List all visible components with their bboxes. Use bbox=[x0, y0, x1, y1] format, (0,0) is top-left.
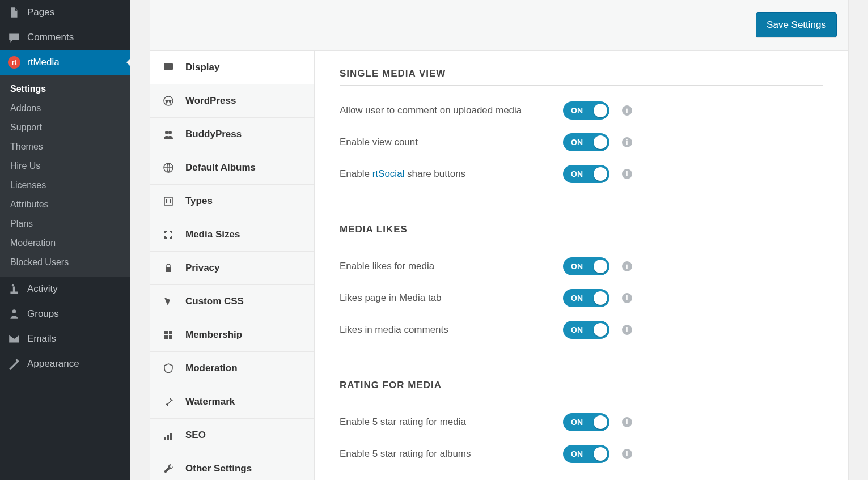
toggle-rtsocial[interactable]: ON bbox=[563, 165, 609, 183]
sidebar-label: Emails bbox=[27, 333, 56, 345]
setting-label: Enable likes for media bbox=[340, 260, 555, 274]
tab-label: Custom CSS bbox=[185, 296, 244, 307]
tab-watermark[interactable]: Watermark bbox=[150, 385, 314, 419]
tab-label: Moderation bbox=[185, 363, 238, 373]
sidebar-item-rtmedia[interactable]: rt rtMedia bbox=[0, 50, 130, 75]
tab-custom-css[interactable]: Custom CSS bbox=[150, 285, 314, 318]
setting-row: Enable 5 star rating for albums ON i bbox=[340, 438, 823, 470]
submenu-attributes[interactable]: Attributes bbox=[0, 195, 130, 214]
section-rating: RATING FOR MEDIA Enable 5 star rating fo… bbox=[340, 380, 823, 470]
sidebar-label: rtMedia bbox=[27, 57, 60, 68]
setting-label: Likes in media comments bbox=[340, 323, 555, 337]
appearance-icon bbox=[8, 358, 20, 370]
tab-label: Watermark bbox=[185, 396, 235, 407]
toggle-likes-comments[interactable]: ON bbox=[563, 321, 609, 339]
submenu-themes[interactable]: Themes bbox=[0, 137, 130, 156]
setting-row: Enable rtSocial share buttons ON i bbox=[340, 158, 823, 190]
tab-label: Types bbox=[185, 196, 213, 206]
tab-label: Privacy bbox=[185, 262, 220, 273]
svg-rect-11 bbox=[169, 331, 172, 334]
info-icon[interactable]: i bbox=[622, 169, 632, 179]
settings-tabs: Display WordPress BuddyPress Default Alb… bbox=[150, 51, 315, 480]
info-icon[interactable]: i bbox=[622, 105, 632, 116]
sidebar-item-groups[interactable]: Groups bbox=[0, 301, 130, 326]
submenu-plans[interactable]: Plans bbox=[0, 214, 130, 233]
membership-icon bbox=[163, 329, 174, 341]
toggle-allow-comments[interactable]: ON bbox=[563, 101, 609, 120]
info-icon[interactable]: i bbox=[622, 325, 632, 335]
toggle-rating-media[interactable]: ON bbox=[563, 413, 609, 431]
submenu-hire-us[interactable]: Hire Us bbox=[0, 156, 130, 176]
tab-default-albums[interactable]: Default Albums bbox=[150, 151, 314, 185]
tab-label: Other Settings bbox=[185, 463, 252, 474]
submenu-support[interactable]: Support bbox=[0, 118, 130, 137]
svg-point-3 bbox=[165, 131, 168, 134]
section-title: MEDIA LIKES bbox=[340, 224, 823, 241]
sidebar-item-pages[interactable]: Pages bbox=[0, 0, 130, 25]
svg-point-4 bbox=[168, 131, 172, 134]
info-icon[interactable]: i bbox=[622, 293, 632, 303]
toggle-likes-page[interactable]: ON bbox=[563, 289, 609, 307]
submenu-licenses[interactable]: Licenses bbox=[0, 176, 130, 195]
sidebar-label: Groups bbox=[27, 308, 59, 320]
info-icon[interactable]: i bbox=[622, 417, 632, 427]
toggle-rating-albums[interactable]: ON bbox=[563, 445, 609, 463]
setting-label: Enable 5 star rating for media bbox=[340, 415, 555, 430]
svg-rect-10 bbox=[164, 331, 168, 334]
setting-label: Likes page in Media tab bbox=[340, 291, 555, 305]
pages-icon bbox=[8, 6, 20, 19]
submenu-addons[interactable]: Addons bbox=[0, 99, 130, 118]
sidebar-item-emails[interactable]: Emails bbox=[0, 326, 130, 351]
tab-display[interactable]: Display bbox=[150, 51, 314, 84]
sizes-icon bbox=[163, 229, 174, 240]
info-icon[interactable]: i bbox=[622, 449, 632, 459]
info-icon[interactable]: i bbox=[622, 261, 632, 271]
tab-membership[interactable]: Membership bbox=[150, 318, 314, 352]
tab-seo[interactable]: SEO bbox=[150, 419, 314, 452]
svg-rect-6 bbox=[164, 197, 172, 205]
tab-moderation[interactable]: Moderation bbox=[150, 352, 314, 385]
seo-icon bbox=[163, 430, 174, 441]
toggle-view-count[interactable]: ON bbox=[563, 133, 609, 151]
tab-other-settings[interactable]: Other Settings bbox=[150, 452, 314, 480]
setting-label: Enable rtSocial share buttons bbox=[340, 167, 555, 181]
groups-icon bbox=[8, 308, 20, 320]
toggle-likes-media[interactable]: ON bbox=[563, 257, 609, 275]
svg-rect-1 bbox=[164, 63, 173, 70]
sidebar-label: Pages bbox=[27, 7, 54, 18]
svg-rect-7 bbox=[166, 199, 167, 203]
setting-label: Enable 5 star rating for albums bbox=[340, 447, 555, 461]
sidebar-item-comments[interactable]: Comments bbox=[0, 25, 130, 50]
setting-row: Allow user to comment on uploaded media … bbox=[340, 95, 823, 126]
save-button[interactable]: Save Settings bbox=[756, 12, 837, 37]
submenu-blocked-users[interactable]: Blocked Users bbox=[0, 253, 130, 272]
sidebar-item-activity[interactable]: Activity bbox=[0, 277, 130, 301]
settings-panel: SINGLE MEDIA VIEW Allow user to comment … bbox=[315, 51, 848, 480]
activity-icon bbox=[8, 283, 20, 295]
submenu-settings[interactable]: Settings bbox=[0, 79, 130, 99]
submenu-moderation[interactable]: Moderation bbox=[0, 233, 130, 253]
tab-buddypress[interactable]: BuddyPress bbox=[150, 118, 314, 151]
lock-icon bbox=[163, 262, 174, 274]
wordpress-icon bbox=[163, 95, 174, 107]
css-icon bbox=[163, 296, 174, 307]
globe-icon bbox=[163, 162, 174, 173]
rtmedia-icon: rt bbox=[8, 56, 20, 69]
sidebar-label: Activity bbox=[27, 283, 58, 295]
settings-wrap: Display WordPress BuddyPress Default Alb… bbox=[150, 50, 849, 480]
tab-label: Membership bbox=[185, 329, 242, 340]
sidebar-label: Comments bbox=[27, 32, 74, 43]
sidebar-item-appearance[interactable]: Appearance bbox=[0, 351, 130, 376]
tab-types[interactable]: Types bbox=[150, 185, 314, 218]
buddypress-icon bbox=[163, 129, 174, 140]
tab-wordpress[interactable]: WordPress bbox=[150, 84, 314, 118]
svg-rect-9 bbox=[166, 267, 171, 272]
svg-point-0 bbox=[12, 309, 16, 313]
tab-media-sizes[interactable]: Media Sizes bbox=[150, 218, 314, 252]
emails-icon bbox=[8, 333, 20, 345]
pin-icon bbox=[163, 396, 174, 407]
rtsocial-link[interactable]: rtSocial bbox=[372, 168, 405, 179]
info-icon[interactable]: i bbox=[622, 137, 632, 147]
svg-point-2 bbox=[164, 96, 173, 105]
tab-privacy[interactable]: Privacy bbox=[150, 252, 314, 285]
